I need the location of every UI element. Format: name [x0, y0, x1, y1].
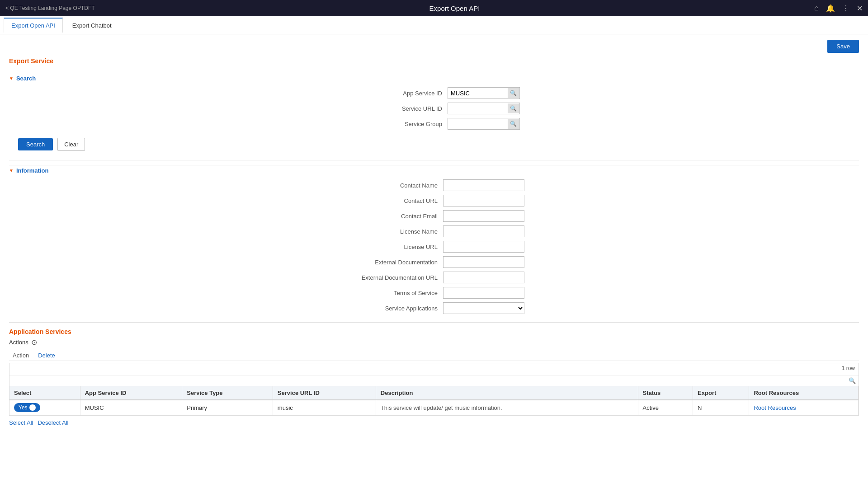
cell-status: Active — [638, 400, 693, 415]
service-url-id-row: Service URL ID 🔍 — [9, 103, 859, 114]
contact-name-input[interactable] — [443, 179, 524, 191]
clear-button[interactable]: Clear — [57, 138, 85, 151]
col-root-resources: Root Resources — [749, 386, 859, 400]
back-link[interactable]: < QE Testing Landing Page OPTDFT — [5, 5, 95, 11]
information-section-label: Information — [16, 167, 49, 174]
license-name-input[interactable] — [443, 225, 524, 237]
actions-dropdown-icon[interactable]: ⊙ — [31, 338, 37, 347]
search-section: ▼ Search App Service ID 🔍 Service URL ID… — [9, 68, 859, 160]
cell-service-type: Primary — [182, 400, 273, 415]
delete-action-link[interactable]: Delete — [38, 352, 55, 359]
external-doc-label: External Documentation — [344, 259, 443, 266]
col-app-service-id: App Service ID — [80, 386, 182, 400]
col-service-type: Service Type — [182, 386, 273, 400]
action-column-label: Action — [13, 352, 29, 359]
terms-of-service-input[interactable] — [443, 287, 524, 299]
external-doc-input[interactable] — [443, 256, 524, 268]
external-doc-url-label: External Documentation URL — [344, 274, 443, 281]
service-applications-row: Service Applications Option 1 Option 2 — [9, 302, 859, 314]
service-applications-label: Service Applications — [344, 305, 443, 312]
actions-row: Actions ⊙ — [9, 338, 859, 347]
bell-icon[interactable]: 🔔 — [826, 4, 835, 13]
external-doc-row: External Documentation — [9, 256, 859, 268]
action-delete-row: Action Delete — [9, 350, 859, 361]
table-search-input[interactable] — [12, 377, 849, 384]
tab-export-open-api[interactable]: Export Open API — [4, 18, 63, 33]
row-count: 1 row — [842, 365, 855, 371]
contact-email-label: Contact Email — [344, 213, 443, 220]
root-resources-link[interactable]: Root Resources — [754, 404, 796, 411]
select-links: Select All Deselect All — [9, 419, 859, 426]
col-service-url-id: Service URL ID — [273, 386, 376, 400]
deselect-all-link[interactable]: Deselect All — [38, 419, 68, 426]
terms-of-service-row: Terms of Service — [9, 287, 859, 299]
col-export: Export — [693, 386, 749, 400]
external-doc-url-input[interactable] — [443, 272, 524, 283]
page-title: Export Open API — [95, 5, 815, 12]
search-collapse-header[interactable]: ▼ Search — [9, 73, 859, 84]
search-collapse-arrow: ▼ — [9, 76, 14, 81]
col-select: Select — [9, 386, 80, 400]
cell-export: N — [693, 400, 749, 415]
application-services-table: Select App Service ID Service Type Servi… — [9, 386, 859, 415]
export-service-title: Export Service — [9, 57, 859, 65]
topbar: < QE Testing Landing Page OPTDFT Export … — [0, 0, 868, 16]
close-icon[interactable]: ✕ — [857, 4, 863, 13]
col-description: Description — [376, 386, 638, 400]
service-url-id-label: Service URL ID — [348, 105, 448, 112]
information-collapse-header[interactable]: ▼ Information — [9, 165, 859, 176]
search-section-label: Search — [16, 75, 36, 82]
main-content: Save Export Service ▼ Search App Service… — [0, 34, 868, 488]
tab-export-chatbot[interactable]: Export Chatbot — [65, 18, 119, 33]
tabbar: Export Open API Export Chatbot — [0, 16, 868, 34]
more-icon[interactable]: ⋮ — [842, 4, 849, 13]
license-url-label: License URL — [344, 244, 443, 250]
toggle-circle — [29, 404, 36, 411]
actions-label: Actions — [9, 339, 28, 346]
license-name-label: License Name — [344, 228, 443, 235]
external-doc-url-row: External Documentation URL — [9, 272, 859, 283]
app-service-id-row: App Service ID 🔍 — [9, 87, 859, 99]
home-icon[interactable]: ⌂ — [814, 4, 819, 12]
cell-select: Yes — [9, 400, 80, 415]
col-status: Status — [638, 386, 693, 400]
cell-description: This service will update/ get music info… — [376, 400, 638, 415]
contact-url-row: Contact URL — [9, 195, 859, 206]
contact-email-row: Contact Email — [9, 210, 859, 222]
select-all-link[interactable]: Select All — [9, 419, 33, 426]
information-section: ▼ Information Contact Name Contact URL C… — [9, 160, 859, 323]
save-button[interactable]: Save — [827, 40, 859, 53]
information-collapse-arrow: ▼ — [9, 168, 14, 173]
service-url-id-search-icon[interactable]: 🔍 — [508, 103, 519, 113]
search-button[interactable]: Search — [18, 138, 53, 150]
cell-root-resources: Root Resources — [749, 400, 859, 415]
contact-url-input[interactable] — [443, 195, 524, 206]
table-search-icon[interactable]: 🔍 — [849, 377, 856, 384]
table-container: 1 row 🔍 Select App Service ID Service Ty… — [9, 363, 859, 416]
contact-email-input[interactable] — [443, 210, 524, 222]
license-url-row: License URL — [9, 241, 859, 253]
app-service-id-search-icon[interactable]: 🔍 — [508, 88, 519, 98]
contact-name-label: Contact Name — [344, 182, 443, 189]
cell-service-url-id: music — [273, 400, 376, 415]
service-group-search-icon[interactable]: 🔍 — [508, 119, 519, 129]
service-group-label: Service Group — [348, 121, 448, 127]
terms-of-service-label: Terms of Service — [344, 290, 443, 296]
toggle-label: Yes — [19, 404, 28, 411]
license-name-row: License Name — [9, 225, 859, 237]
contact-url-label: Contact URL — [344, 197, 443, 204]
application-services-section: Application Services Actions ⊙ Action De… — [9, 328, 859, 426]
table-row: Yes MUSIC Primary music This service wil… — [9, 400, 859, 415]
cell-app-service-id: MUSIC — [80, 400, 182, 415]
select-toggle[interactable]: Yes — [14, 403, 40, 412]
contact-name-row: Contact Name — [9, 179, 859, 191]
service-applications-select[interactable]: Option 1 Option 2 — [443, 302, 524, 314]
application-services-title: Application Services — [9, 328, 859, 335]
license-url-input[interactable] — [443, 241, 524, 253]
service-group-row: Service Group 🔍 — [9, 118, 859, 130]
app-service-id-label: App Service ID — [348, 90, 448, 97]
